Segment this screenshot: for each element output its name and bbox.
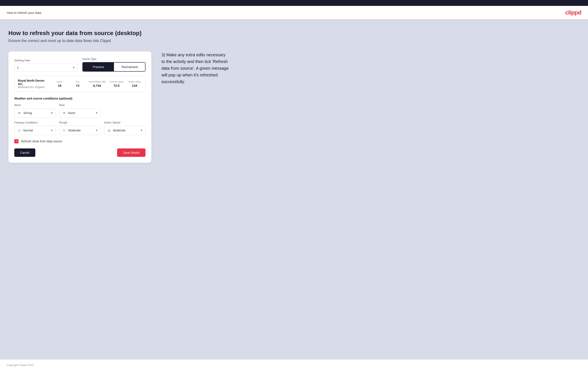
green-speed-value: Moderate [113,129,138,132]
fairway-col: Fairway Conditions ⬡ Normal ▼ [14,121,56,135]
starting-hole-select-wrapper[interactable]: 1 10 ▼ [14,64,77,72]
course-rating-stat: Course rating 72.5 [109,80,124,87]
right-text: 3) Make any extra edits necessary to the… [161,51,229,85]
wind-label: Wind [14,103,56,107]
starting-hole-label: Starting Hole [14,59,77,62]
top-form-row: Starting Hole 1 10 ▼ Game Type Practice … [14,57,146,72]
spacer-col [104,103,146,117]
wind-dropdown[interactable]: ≋ Strong ▼ [14,108,56,117]
par-value: 72 [70,84,85,87]
par-label: Par [70,80,85,83]
fairway-icon: ⬡ [17,128,22,133]
tournament-button[interactable]: Tournament [114,63,145,71]
refresh-label: Refresh shots from data source [21,140,62,143]
rain-col: Rain ✦ None ▼ [59,103,101,117]
rain-dropdown[interactable]: ✦ None ▼ [59,108,101,117]
rain-label: Rain [59,103,101,107]
yards-value: 6,744 [88,84,106,87]
form-card: Starting Hole 1 10 ▼ Game Type Practice … [9,51,151,163]
course-location: Westward Ho!, England [18,86,49,89]
rough-col: Rough ⬡ Moderate ▼ [59,121,101,135]
game-type-buttons: Practice Tournament [82,62,146,72]
yards-label: Yards/White (M)) [88,80,106,83]
holes-value: 18 [52,84,67,87]
game-type-group: Game Type Practice Tournament [82,57,146,72]
rough-icon: ⬡ [62,128,66,133]
main-content: How to refresh your data from source (de… [0,20,588,359]
weather-section-title: Weather and course conditions (optional) [14,97,146,100]
rain-value: None [68,111,94,115]
rain-arrow-icon: ▼ [95,111,98,114]
slope-rating-value: 134 [127,84,142,87]
green-speed-icon: ◎ [107,128,112,133]
holes-stat: Holes 18 [52,80,67,87]
wind-arrow-icon: ▼ [51,111,53,114]
wind-value: Strong [23,111,49,115]
copyright: Copyright Clippd 2022 [7,363,34,367]
wind-icon: ≋ [17,111,22,115]
side-text: 3) Make any extra edits necessary to the… [161,51,229,85]
green-speed-arrow-icon: ▼ [140,129,143,132]
course-table-row: Royal North Devon GC, Westward Ho!, Engl… [15,76,145,92]
button-row: Cancel Save Details [14,149,146,157]
game-type-label: Game Type [82,57,146,60]
fairway-value: Normal [23,129,49,132]
fairway-arrow-icon: ▼ [51,129,53,132]
slope-rating-label: Slope rating [127,80,142,83]
rough-label: Rough [59,121,101,124]
content-area: Starting Hole 1 10 ▼ Game Type Practice … [9,51,579,163]
course-rating-value: 72.5 [109,84,124,87]
weather-grid: Wind ≋ Strong ▼ Rain ✦ None ▼ [14,103,146,117]
breadcrumb: How to refresh your data [7,11,41,15]
rough-arrow-icon: ▼ [95,129,98,132]
top-bar [0,0,588,6]
wind-col: Wind ≋ Strong ▼ [14,103,56,117]
green-speed-dropdown[interactable]: ◎ Moderate ▼ [104,126,146,135]
fairway-dropdown[interactable]: ⬡ Normal ▼ [14,126,56,135]
holes-label: Holes [52,80,67,83]
course-name-col: Royal North Devon GC, Westward Ho!, Engl… [18,79,49,89]
logo: clippd [565,9,581,16]
course-name: Royal North Devon GC, [18,79,49,86]
save-button[interactable]: Save Details [117,149,146,157]
starting-hole-select[interactable]: 1 10 [15,64,77,71]
conditions-grid: Fairway Conditions ⬡ Normal ▼ Rough ⬡ Mo… [14,121,146,135]
green-speed-label: Green Speed [104,121,146,124]
rain-icon: ✦ [62,111,66,115]
practice-button[interactable]: Practice [83,63,114,71]
page-subtitle: Ensure the correct and most up to date d… [9,39,579,43]
cancel-button[interactable]: Cancel [14,149,35,157]
course-table: Royal North Devon GC, Westward Ho!, Engl… [14,76,146,92]
fairway-label: Fairway Conditions [14,121,56,124]
green-speed-col: Green Speed ◎ Moderate ▼ [104,121,146,135]
page-title: How to refresh your data from source (de… [9,30,579,37]
header: How to refresh your data clippd [0,6,588,20]
rough-value: Moderate [68,129,94,132]
rough-dropdown[interactable]: ⬡ Moderate ▼ [59,126,101,135]
refresh-checkbox[interactable] [14,139,18,143]
slope-rating-stat: Slope rating 134 [127,80,142,87]
course-rating-label: Course rating [109,80,124,83]
footer: Copyright Clippd 2022 [0,359,588,367]
yards-stat: Yards/White (M)) 6,744 [88,80,106,87]
refresh-checkbox-row: Refresh shots from data source [14,139,146,143]
starting-hole-group: Starting Hole 1 10 ▼ [14,59,77,72]
par-stat: Par 72 [70,80,85,87]
